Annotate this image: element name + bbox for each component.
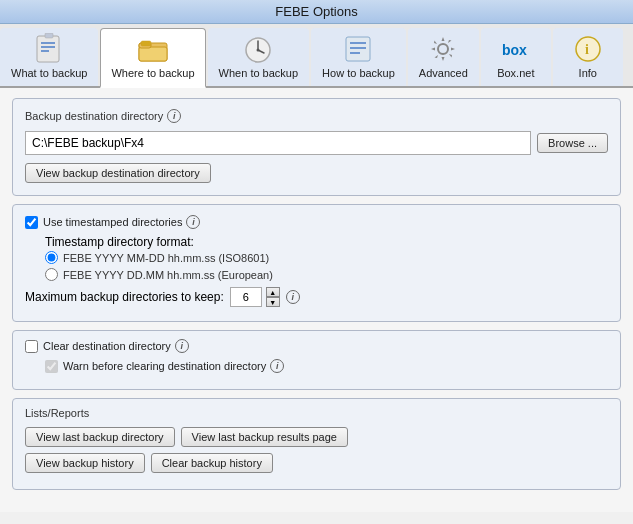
max-dirs-row: Maximum backup directories to keep: ▲ ▼ …	[25, 287, 608, 307]
tab-how[interactable]: How to backup	[311, 28, 406, 86]
title-bar: FEBE Options	[0, 0, 633, 24]
spinner-up[interactable]: ▲	[266, 287, 280, 297]
tab-info[interactable]: i Info	[553, 28, 623, 86]
svg-rect-4	[45, 33, 53, 38]
content-area: Backup destination directory i Browse ..…	[0, 88, 633, 512]
tab-how-label: How to backup	[322, 67, 395, 80]
advanced-icon	[427, 33, 459, 65]
timestamp-section: Use timestamped directories i Timestamp …	[12, 204, 621, 322]
tab-what-label: What to backup	[11, 67, 87, 80]
tab-advanced[interactable]: Advanced	[408, 28, 479, 86]
max-dirs-input[interactable]	[230, 287, 262, 307]
info-tab-icon: i	[572, 33, 604, 65]
tab-where-label: Where to backup	[111, 67, 194, 80]
max-dirs-info-icon[interactable]: i	[286, 290, 300, 304]
backup-dest-info-icon[interactable]: i	[167, 109, 181, 123]
path-row: Browse ...	[25, 131, 608, 155]
tab-what[interactable]: What to backup	[0, 28, 98, 86]
how-icon	[342, 33, 374, 65]
radio-iso-row: FEBE YYYY MM-DD hh.mm.ss (ISO8601)	[45, 251, 608, 264]
path-input[interactable]	[25, 131, 531, 155]
clear-history-button[interactable]: Clear backup history	[151, 453, 273, 473]
timestamp-label: Use timestamped directories i	[43, 215, 200, 229]
radio-eu-row: FEBE YYYY DD.MM hh.mm.ss (European)	[45, 268, 608, 281]
view-last-dir-button[interactable]: View last backup directory	[25, 427, 175, 447]
browse-button[interactable]: Browse ...	[537, 133, 608, 153]
warn-checkbox-row: Warn before clearing destination directo…	[45, 359, 608, 373]
tab-when-label: When to backup	[219, 67, 299, 80]
svg-rect-13	[346, 37, 370, 61]
tab-bar: What to backup Where to backup When to b…	[0, 24, 633, 88]
what-icon	[33, 33, 65, 65]
lists-btn-row-2: View backup history Clear backup history	[25, 453, 608, 473]
tab-boxnet-label: Box.net	[497, 67, 534, 80]
lists-section: Lists/Reports View last backup directory…	[12, 398, 621, 490]
format-label-row: Timestamp directory format:	[25, 235, 608, 249]
radio-eu[interactable]	[45, 268, 58, 281]
lists-btn-row-1: View last backup directory View last bac…	[25, 427, 608, 447]
clear-dest-label: Clear destination directory i	[43, 339, 189, 353]
tab-where[interactable]: Where to backup	[100, 28, 205, 88]
view-dest-button[interactable]: View backup destination directory	[25, 163, 211, 183]
when-icon	[242, 33, 274, 65]
format-label: Timestamp directory format:	[45, 235, 194, 249]
radio-group: FEBE YYYY MM-DD hh.mm.ss (ISO8601) FEBE …	[45, 251, 608, 281]
view-last-results-button[interactable]: View last backup results page	[181, 427, 348, 447]
view-history-button[interactable]: View backup history	[25, 453, 145, 473]
warn-info-icon[interactable]: i	[270, 359, 284, 373]
warn-checkbox[interactable]	[45, 360, 58, 373]
tab-boxnet[interactable]: box Box.net	[481, 28, 551, 86]
clear-section: Clear destination directory i Warn befor…	[12, 330, 621, 390]
clear-dest-checkbox[interactable]	[25, 340, 38, 353]
timestamp-checkbox[interactable]	[25, 216, 38, 229]
warn-label: Warn before clearing destination directo…	[63, 359, 284, 373]
clear-dest-info-icon[interactable]: i	[175, 339, 189, 353]
svg-point-12	[257, 49, 260, 52]
svg-rect-6	[139, 47, 167, 61]
spinner-down[interactable]: ▼	[266, 297, 280, 307]
boxnet-icon: box	[500, 33, 532, 65]
window-title: FEBE Options	[275, 4, 357, 19]
radio-iso-label: FEBE YYYY MM-DD hh.mm.ss (ISO8601)	[63, 252, 269, 264]
where-icon	[137, 33, 169, 65]
radio-eu-label: FEBE YYYY DD.MM hh.mm.ss (European)	[63, 269, 273, 281]
timestamp-info-icon[interactable]: i	[186, 215, 200, 229]
tab-info-label: Info	[579, 67, 597, 80]
tab-advanced-label: Advanced	[419, 67, 468, 80]
backup-dest-title: Backup destination directory i	[25, 109, 608, 123]
svg-rect-8	[141, 41, 151, 46]
svg-point-17	[438, 44, 448, 54]
lists-title: Lists/Reports	[25, 407, 608, 419]
svg-rect-0	[37, 36, 59, 62]
radio-iso[interactable]	[45, 251, 58, 264]
svg-text:i: i	[585, 42, 589, 57]
svg-text:box: box	[502, 42, 527, 58]
tab-when[interactable]: When to backup	[208, 28, 310, 86]
spinner-group: ▲ ▼	[266, 287, 280, 307]
max-dirs-label: Maximum backup directories to keep:	[25, 290, 224, 304]
backup-dest-section: Backup destination directory i Browse ..…	[12, 98, 621, 196]
clear-checkbox-row: Clear destination directory i	[25, 339, 608, 353]
timestamp-checkbox-row: Use timestamped directories i	[25, 215, 608, 229]
